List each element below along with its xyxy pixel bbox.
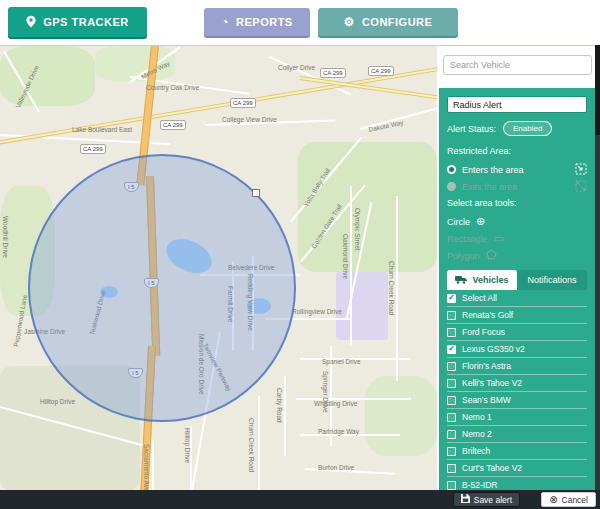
radio-selected-icon [447,165,456,174]
vehicle-name: Nemo 1 [462,412,492,422]
road-label: Lake Boulevard East [72,126,132,133]
pie-chart-icon: ◔ [221,16,229,28]
cancel-label: Cancel [562,495,588,505]
footer-bar: Save alert ⊗ Cancel [0,490,600,509]
checkbox-icon[interactable]: ✓ [447,345,456,354]
tool-rectangle-label: Rectangle [447,234,488,244]
enters-area-label: Enters the area [462,165,524,175]
vehicle-row[interactable]: ✓ Lexus GS350 v2 [447,341,587,358]
radio-exits-area[interactable]: Exits the area [447,178,587,195]
geofence-resize-handle[interactable] [252,189,260,197]
road-label: Hilltop Drive [40,398,75,405]
road-label: Woodhill Drive [2,216,9,258]
vehicle-row[interactable]: Nemo 1 [447,409,587,426]
vehicle-row[interactable]: Florin's Astra [447,358,587,375]
checkbox-icon[interactable] [447,430,456,439]
highway-shield-ca299: CA 299 [320,68,346,78]
map-road [284,376,286,456]
vehicle-name: Florin's Astra [462,361,511,371]
road-label: Churn Creek Road [248,418,255,472]
save-icon [461,494,470,505]
sidebar-tabs: Vehicles Notifications [447,270,587,290]
highway-shield-ca299: CA 299 [80,144,106,154]
top-nav: GPS TRACKER ◔ REPORTS ⚙ CONFIGURE [0,0,600,45]
tab-configure[interactable]: ⚙ CONFIGURE [318,8,458,36]
sidebar-scrollbar[interactable] [595,45,600,490]
vehicle-row[interactable]: B-52-IDR [447,477,587,490]
alert-status-toggle[interactable]: Enabled [503,121,552,136]
vehicle-name: Nemo 2 [462,429,492,439]
tab-notifications[interactable]: Notifications [517,270,587,290]
vehicle-row[interactable]: Curt's Tahoe V2 [447,460,587,477]
tool-circle-label: Circle [447,217,470,227]
highway-shield-ca299: CA 299 [230,98,256,108]
vehicle-row[interactable]: Nemo 2 [447,426,587,443]
highway-shield-ca299: CA 299 [160,120,186,130]
tab-reports-label: REPORTS [236,16,293,28]
tab-notifications-label: Notifications [527,275,576,285]
road-label: Churn Creek Road [388,261,395,315]
vehicle-row[interactable]: Kelli's Tahoe V2 [447,375,587,392]
road-label: Carby Road [276,388,283,423]
road-label: Oakmond Drive [342,234,349,279]
circle-tool-icon: ⊕ [476,216,485,227]
alert-status-label: Alert Status: [447,124,496,134]
road-label: Burton Drive [318,464,354,471]
rectangle-tool-icon: ▭ [494,233,504,244]
tool-circle[interactable]: Circle ⊕ [447,213,587,230]
map-road [396,196,398,381]
tab-configure-label: CONFIGURE [362,16,433,28]
alert-panel: Alert Status: Enabled Restricted Area: E… [439,88,595,490]
checkbox-icon[interactable] [447,328,456,337]
vehicle-list: ✓ Select All Renata's Golf Ford Focus ✓ … [447,290,587,490]
vehicle-row[interactable]: Sean's BMW [447,392,587,409]
restricted-area-label: Restricted Area: [447,146,587,156]
vehicle-name: Renata's Golf [462,310,513,320]
road-label: College View Drive [222,116,277,123]
road-label: Collyer Drive [278,64,315,71]
checkbox-icon[interactable] [447,311,456,320]
radio-unselected-icon [447,182,456,191]
polygon-tool-icon [486,249,497,262]
checkbox-icon[interactable] [447,362,456,371]
vehicle-name: Lexus GS350 v2 [462,344,525,354]
tab-gps-tracker-label: GPS TRACKER [43,16,129,28]
gps-tracker-app: GPS TRACKER ◔ REPORTS ⚙ CONFIGURE [0,0,600,509]
map-park [298,142,437,272]
configure-icon: ⚙ [344,16,355,28]
alert-name-input[interactable] [447,96,587,113]
vehicle-name: Briltech [462,446,490,456]
vehicle-name: Curt's Tahoe V2 [462,463,522,473]
checkbox-icon[interactable] [447,481,456,490]
tool-polygon[interactable]: Polygon [447,247,587,264]
tab-reports[interactable]: ◔ REPORTS [204,8,310,36]
road-label: Partridge Way [318,428,359,435]
cancel-button[interactable]: ⊗ Cancel [541,492,596,507]
map-park [0,46,95,106]
vehicle-row[interactable]: Briltech [447,443,587,460]
location-pin-icon [26,15,36,30]
vehicle-name: Ford Focus [462,327,505,337]
tool-rectangle[interactable]: Rectangle ▭ [447,230,587,247]
checkbox-icon[interactable] [447,447,456,456]
tab-vehicles[interactable]: Vehicles [447,270,517,290]
cancel-icon: ⊗ [549,495,557,505]
checkbox-icon[interactable] [447,396,456,405]
exits-area-label: Exits the area [462,182,517,192]
checkbox-icon[interactable]: ✓ [447,294,456,303]
road-label: Olympic Street [354,208,361,251]
checkbox-icon[interactable] [447,379,456,388]
scrollbar-thumb[interactable] [595,45,600,135]
road-label: Spaniel Drive [322,358,361,365]
vehicle-row[interactable]: Renata's Golf [447,307,587,324]
checkbox-icon[interactable] [447,464,456,473]
map-canvas[interactable]: CA 299 CA 299 CA 299 CA 299 CA 299 I 5 I… [0,45,437,490]
radio-enters-area[interactable]: Enters the area [447,161,587,178]
save-alert-button[interactable]: Save alert [453,492,520,507]
tab-gps-tracker[interactable]: GPS TRACKER [8,7,147,37]
road-label: Hilltop Drive [184,428,191,463]
checkbox-icon[interactable] [447,413,456,422]
vehicle-row[interactable]: Ford Focus [447,324,587,341]
search-input[interactable] [443,55,592,75]
select-all-row[interactable]: ✓ Select All [447,290,587,307]
